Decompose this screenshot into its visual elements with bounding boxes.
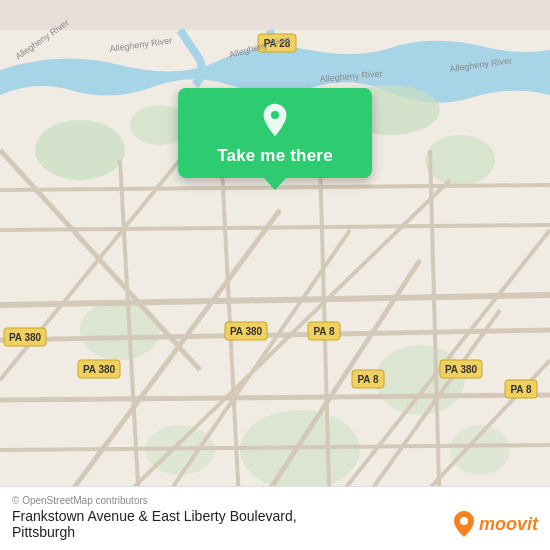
location-pin-icon xyxy=(257,102,293,138)
take-me-there-button[interactable]: Take me there xyxy=(217,146,333,166)
svg-point-4 xyxy=(425,135,495,185)
map-background: PA 28 PA 380 PA 380 PA 380 PA 380 PA 8 P… xyxy=(0,0,550,550)
copyright-text: © OpenStreetMap contributors xyxy=(12,495,538,506)
moovit-text: moovit xyxy=(479,514,538,535)
svg-text:PA 380: PA 380 xyxy=(83,364,116,375)
moovit-logo: moovit xyxy=(453,510,538,538)
address-line: Frankstown Avenue & East Liberty Bouleva… xyxy=(12,508,538,540)
svg-text:PA 380: PA 380 xyxy=(9,332,42,343)
svg-point-1 xyxy=(35,120,125,180)
bottom-bar: © OpenStreetMap contributors Frankstown … xyxy=(0,486,550,550)
svg-point-50 xyxy=(271,111,279,119)
svg-text:PA 380: PA 380 xyxy=(230,326,263,337)
svg-point-51 xyxy=(460,517,468,525)
popup-card[interactable]: Take me there xyxy=(178,88,372,178)
svg-text:PA 8: PA 8 xyxy=(510,384,532,395)
svg-text:PA 380: PA 380 xyxy=(445,364,478,375)
svg-point-7 xyxy=(240,410,360,490)
address-text: Frankstown Avenue & East Liberty Bouleva… xyxy=(12,508,443,540)
map-container: PA 28 PA 380 PA 380 PA 380 PA 380 PA 8 P… xyxy=(0,0,550,550)
svg-point-5 xyxy=(80,300,160,360)
moovit-pin-icon xyxy=(453,510,475,538)
svg-text:PA 8: PA 8 xyxy=(357,374,379,385)
svg-text:PA 8: PA 8 xyxy=(313,326,335,337)
